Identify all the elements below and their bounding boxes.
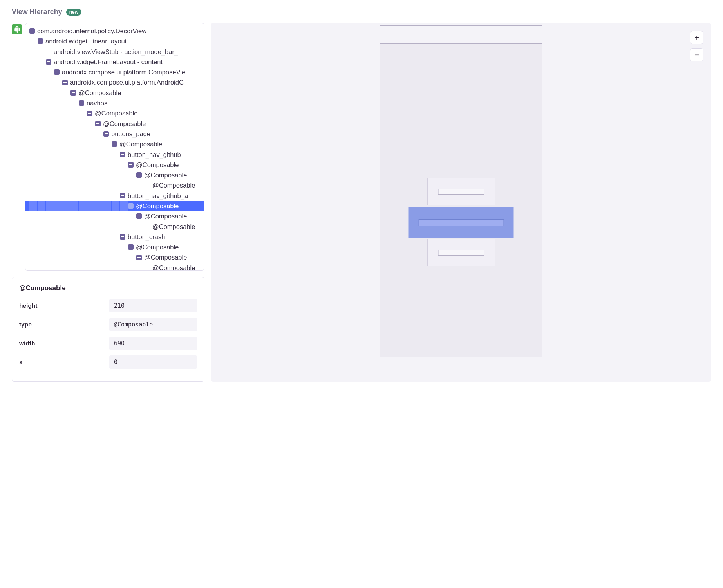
tree-node-label: android.widget.LinearLayout (45, 36, 127, 46)
device-statusbar (380, 26, 542, 44)
collapse-icon[interactable] (120, 193, 125, 198)
details-title: @Composable (19, 284, 197, 292)
tree-node-label: androidx.compose.ui.platform.AndroidC (70, 77, 184, 87)
collapse-icon[interactable] (128, 244, 134, 250)
tree-row[interactable]: @Composable (25, 119, 204, 129)
tree-row[interactable]: android.view.ViewStub - action_mode_bar_ (25, 47, 204, 57)
collapse-icon[interactable] (136, 213, 142, 219)
collapse-icon[interactable] (46, 59, 51, 65)
zoom-controls: + − (690, 31, 703, 61)
tree-row[interactable]: @Composable (25, 88, 204, 98)
header: View Hierarchy new (12, 8, 711, 16)
tree-node-label: navhost (87, 98, 109, 108)
tree-row[interactable]: @Composable (25, 222, 204, 232)
tree-row[interactable]: @Composable (25, 211, 204, 221)
property-value: @Composable (109, 318, 197, 331)
android-icon (12, 24, 22, 34)
zoom-out-button[interactable]: − (690, 48, 703, 61)
property-value: 210 (109, 299, 197, 312)
preview-panel[interactable]: + − (211, 23, 711, 382)
main: com.android.internal.policy.DecorViewand… (12, 23, 711, 382)
property-key: width (19, 340, 109, 347)
tree-node-label: @Composable (144, 211, 187, 221)
zoom-in-button[interactable]: + (690, 31, 703, 44)
collapse-icon[interactable] (103, 131, 109, 137)
tree-node-label: @Composable (136, 160, 179, 170)
collapse-icon[interactable] (95, 121, 101, 126)
collapse-icon[interactable] (38, 38, 43, 44)
tree-node-label: @Composable (152, 180, 195, 190)
device-frame (380, 25, 542, 375)
tree-node-label: @Composable (144, 252, 187, 262)
collapse-icon[interactable] (62, 80, 68, 85)
tree-node-label: @Composable (119, 139, 162, 149)
collapse-icon[interactable] (128, 162, 134, 168)
tree-row[interactable]: navhost (25, 98, 204, 108)
tree-row[interactable]: @Composable (25, 108, 204, 118)
property-key: height (19, 302, 109, 309)
property-value: 0 (109, 355, 197, 369)
collapse-icon[interactable] (136, 172, 142, 178)
property-row: type@Composable (19, 318, 197, 331)
collapse-icon[interactable] (29, 28, 35, 34)
device-content (380, 65, 542, 357)
tree-row[interactable]: @Composable (25, 263, 204, 271)
tree-node-label: button_nav_github_a (128, 191, 188, 201)
property-key: x (19, 359, 109, 366)
collapse-icon[interactable] (120, 234, 125, 240)
property-row: width690 (19, 337, 197, 350)
tree-row[interactable]: @Composable (25, 201, 204, 211)
tree-node-label: @Composable (144, 170, 187, 180)
tree-node-label: @Composable (95, 108, 137, 118)
tree-row[interactable]: @Composable (25, 139, 204, 149)
tree-node-label: @Composable (152, 222, 195, 232)
tree-row[interactable]: buttons_page (25, 129, 204, 139)
collapse-icon[interactable] (87, 111, 92, 116)
preview-button-1 (427, 178, 495, 205)
tree-row[interactable]: @Composable (25, 160, 204, 170)
tree-row[interactable]: button_crash (25, 232, 204, 242)
left-column: com.android.internal.policy.DecorViewand… (12, 23, 204, 382)
tree-node-label: @Composable (152, 263, 195, 271)
device-navbar (380, 357, 542, 375)
tree-node-label: @Composable (103, 119, 146, 129)
tree-node-label: button_crash (128, 232, 165, 242)
tree-node-label: button_nav_github (128, 150, 181, 160)
collapse-icon[interactable] (120, 152, 125, 157)
tree-row[interactable]: button_nav_github_a (25, 191, 204, 201)
tree-row[interactable]: button_nav_github (25, 150, 204, 160)
details-panel: @Composable height210type@Composablewidt… (12, 277, 204, 382)
property-key: type (19, 321, 109, 328)
page-title: View Hierarchy (12, 8, 62, 16)
tree-node-label: @Composable (136, 201, 179, 211)
collapse-icon[interactable] (112, 141, 117, 147)
preview-selected-element (408, 207, 513, 238)
preview-button-3 (427, 239, 495, 266)
tree-row[interactable]: @Composable (25, 242, 204, 252)
tree-node-label: @Composable (78, 88, 121, 98)
tree-node-label: buttons_page (111, 129, 150, 139)
tree-row[interactable]: android.widget.FrameLayout - content (25, 57, 204, 67)
collapse-icon[interactable] (54, 69, 60, 75)
tree-panel: com.android.internal.policy.DecorViewand… (25, 23, 204, 271)
tree-row[interactable]: androidx.compose.ui.platform.AndroidC (25, 77, 204, 87)
tree-row[interactable]: android.widget.LinearLayout (25, 36, 204, 46)
property-row: x0 (19, 355, 197, 369)
view-tree[interactable]: com.android.internal.policy.DecorViewand… (25, 23, 204, 271)
tree-wrap: com.android.internal.policy.DecorViewand… (12, 23, 204, 271)
tree-row[interactable]: @Composable (25, 253, 204, 263)
property-value: 690 (109, 337, 197, 350)
tree-row[interactable]: androidx.compose.ui.platform.ComposeVie (25, 67, 204, 77)
collapse-icon[interactable] (70, 90, 76, 96)
collapse-icon[interactable] (136, 255, 142, 260)
tree-row[interactable]: @Composable (25, 180, 204, 190)
tree-node-label: androidx.compose.ui.platform.ComposeVie (62, 67, 185, 77)
collapse-icon[interactable] (128, 203, 134, 209)
device-appbar (380, 44, 542, 65)
tree-node-label: android.widget.FrameLayout - content (54, 57, 163, 67)
property-row: height210 (19, 299, 197, 312)
tree-node-label: android.view.ViewStub - action_mode_bar_ (54, 47, 178, 57)
tree-row[interactable]: @Composable (25, 170, 204, 180)
tree-row[interactable]: com.android.internal.policy.DecorView (25, 26, 204, 36)
collapse-icon[interactable] (79, 100, 84, 106)
